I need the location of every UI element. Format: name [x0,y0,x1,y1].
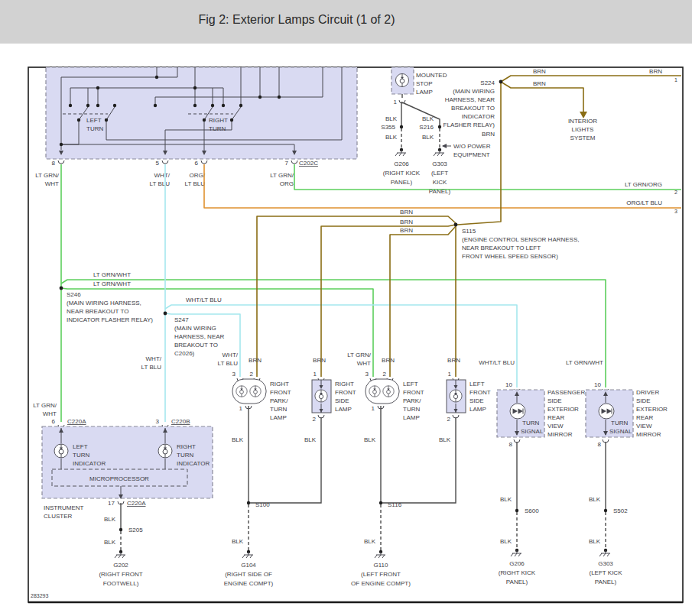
svg-text:TURN: TURN [403,406,420,413]
svg-text:(RIGHT KICK: (RIGHT KICK [499,569,536,576]
svg-text:TURN: TURN [522,420,539,426]
svg-text:8: 8 [509,441,513,448]
svg-text:PARK/: PARK/ [270,397,288,404]
svg-text:3: 3 [156,418,160,425]
edge-wire-2: LT GRN/ORG [625,181,662,188]
lamp-left-front-side: BRN 1 2 LEFT FRONT SIDE LAMP [447,357,491,423]
svg-text:S246: S246 [67,291,81,298]
svg-text:G206: G206 [509,560,525,567]
svg-text:LT GRN/: LT GRN/ [270,172,294,179]
svg-text:SIDE: SIDE [469,397,484,404]
svg-text:(ENGINE CONTROL SENSOR HARNESS: (ENGINE CONTROL SENSOR HARNESS, [462,236,580,243]
svg-text:LEFT: LEFT [73,443,88,450]
svg-text:TURN: TURN [270,406,287,413]
svg-text:ORG: ORG [280,180,294,187]
svg-text:LT GRN/: LT GRN/ [33,402,57,409]
svg-text:(MAIN WIRING: (MAIN WIRING [453,88,495,95]
svg-text:BRN: BRN [382,357,395,364]
ground-g303: G303 [432,160,447,167]
svg-text:(RIGHT FRONT: (RIGHT FRONT [99,571,142,578]
svg-text:LT GRN/WHT: LT GRN/WHT [566,359,603,366]
svg-text:BLK: BLK [589,496,601,503]
svg-text:BLK: BLK [385,115,398,122]
svg-text:LT GRN/: LT GRN/ [347,352,372,358]
svg-text:BRN: BRN [482,131,495,138]
svg-text:KICK: KICK [433,179,447,186]
svg-text:PANEL): PANEL) [595,579,617,585]
svg-text:2: 2 [447,416,451,423]
svg-text:LAMP: LAMP [469,406,486,413]
svg-text:S116: S116 [388,501,402,508]
svg-text:1: 1 [239,405,243,412]
svg-text:LEFT: LEFT [403,381,418,387]
svg-text:WHT: WHT [45,180,59,187]
svg-text:6: 6 [52,418,56,425]
splice-s224: S224 (MAIN WIRING HARNESS, NEAR BREAKOUT… [443,79,503,138]
svg-text:1: 1 [448,371,452,378]
svg-text:BLK: BLK [422,115,434,122]
svg-text:PASSENGER: PASSENGER [547,389,585,396]
svg-text:RIGHT: RIGHT [335,381,354,387]
pin-6: 6 [195,160,199,167]
left-turn-label: LEFT [86,117,102,124]
splice-s116-dot [379,501,382,504]
svg-text:FRONT: FRONT [403,389,424,396]
svg-text:LAMP: LAMP [335,406,352,413]
svg-text:SIDE: SIDE [335,397,349,404]
turn-signal-switch: LEFT TURN RIGHT TURN 8 5 6 7 C202C LT GR… [35,67,357,187]
pin-7: 7 [285,160,289,167]
svg-text:BRN: BRN [533,80,546,87]
svg-text:NEAR BREAKOUT TO LEFT: NEAR BREAKOUT TO LEFT [462,245,541,251]
svg-text:G104: G104 [241,562,256,569]
svg-text:BRN: BRN [447,357,460,364]
svg-text:ORG/: ORG/ [190,172,206,179]
svg-text:(MAIN WIRING HARNESS,: (MAIN WIRING HARNESS, [67,300,141,306]
svg-text:BREAKOUT TO: BREAKOUT TO [174,342,218,349]
svg-text:BLK: BLK [500,496,512,503]
connector-c220a-2: C220A [127,500,146,507]
svg-text:SIGNAL: SIGNAL [609,428,632,435]
svg-text:VIEW: VIEW [547,423,564,430]
svg-text:17: 17 [108,500,115,507]
svg-text:RIGHT: RIGHT [177,443,196,450]
svg-text:SYSTEM: SYSTEM [570,135,596,141]
lamp-right-front-park-turn: WHT/ LT BLU BRN 3 2 1 RIGHT FRONT PARK/ … [218,352,291,421]
svg-text:LAMP: LAMP [403,414,420,421]
stop-lamp-name: MOUNTED [416,72,447,79]
svg-text:BLK: BLK [104,516,116,523]
svg-text:10: 10 [594,381,601,388]
edge-wire-3: ORG/LT BLU [626,199,662,206]
svg-text:C2026): C2026) [174,350,195,357]
svg-text:BLK: BLK [422,134,434,141]
svg-text:CLUSTER: CLUSTER [44,513,73,520]
junction-dot [60,143,63,146]
svg-text:WHT: WHT [43,410,57,417]
microprocessor-label: MICROPROCESSOR [89,475,149,482]
svg-text:BRN: BRN [400,209,413,216]
svg-text:(LEFT KICK: (LEFT KICK [590,569,623,576]
splice-s100-dot [247,501,250,504]
svg-text:RIGHT: RIGHT [270,381,289,387]
svg-text:ENGINE COMPT): ENGINE COMPT) [224,580,274,587]
svg-text:BLK: BLK [439,436,451,443]
svg-text:S600: S600 [525,507,539,514]
svg-text:TURN: TURN [209,125,226,132]
svg-text:WHT/LT BLU: WHT/LT BLU [186,297,222,303]
pin-5: 5 [156,160,160,167]
svg-text:G303: G303 [598,560,613,567]
ground-symbol [434,148,444,156]
svg-text:BRN: BRN [400,227,413,234]
svg-text:(RIGHT KICK: (RIGHT KICK [383,170,421,177]
svg-text:(LEFT: (LEFT [431,170,448,177]
splice-s600-dot [515,509,518,512]
svg-text:(MAIN WIRING: (MAIN WIRING [174,325,216,332]
svg-text:(RIGHT SIDE OF: (RIGHT SIDE OF [225,571,272,578]
splice-s216: S216 [419,124,434,131]
svg-text:FRONT: FRONT [469,389,491,396]
ground-symbol [395,148,406,156]
svg-text:OF ENGINE COMPT): OF ENGINE COMPT) [351,580,411,587]
svg-text:INDICATOR: INDICATOR [462,113,495,120]
svg-text:BRN: BRN [249,357,262,364]
svg-text:S224: S224 [480,79,495,86]
svg-text:VIEW: VIEW [636,423,652,430]
